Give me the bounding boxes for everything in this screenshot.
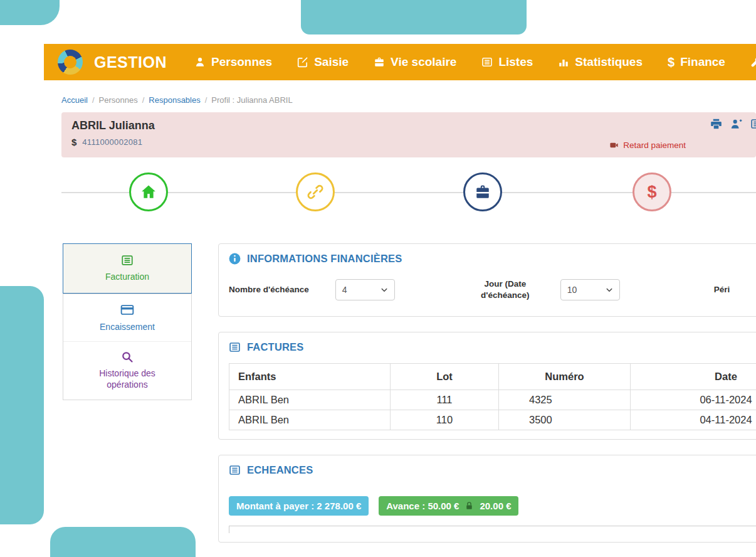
avance-badge: Avance : 50.00 € 20.00 € [379, 496, 518, 516]
user-add-icon[interactable] [730, 118, 742, 130]
nav-label: Saisie [314, 55, 349, 69]
panel-header: FACTURES [229, 341, 756, 353]
retard-paiement-label: Retard paiement [623, 141, 686, 150]
col-header-enfants: Enfants [229, 364, 391, 390]
panel-title-label: FACTURES [247, 341, 304, 353]
cell-numero: 4325 [499, 390, 631, 410]
briefcase-icon [374, 56, 385, 68]
decor-teal-topleft [0, 0, 60, 25]
account-number: 4111000002081 [82, 137, 142, 147]
wrench-icon [750, 56, 756, 68]
col-header-numero: Numéro [499, 364, 631, 390]
pencil-square-icon [297, 56, 308, 68]
link-icon [307, 184, 323, 200]
info-icon [229, 253, 241, 265]
dollar-icon: $ [668, 56, 675, 68]
panel-echeances: ECHEANCES Montant à payer : 2 278.00 € A… [218, 455, 756, 543]
step-briefcase[interactable] [463, 172, 502, 211]
list-icon [229, 341, 241, 353]
cell-enfant: ABRIL Ben [229, 410, 391, 430]
breadcrumb: Accueil / Personnes / Responsables / Pro… [61, 95, 756, 105]
nav-label: Finance [680, 55, 725, 69]
nav-item-outils[interactable]: O [750, 55, 756, 69]
montant-a-payer-badge: Montant à payer : 2 278.00 € [229, 496, 369, 516]
retard-paiement-badge: Retard paiement [609, 141, 686, 150]
breadcrumb-responsables[interactable]: Responsables [149, 95, 200, 105]
sidebar-item-label: Facturation [105, 271, 149, 282]
page-content: Accueil / Personnes / Responsables / Pro… [61, 80, 756, 220]
retard-paiement-icon [609, 141, 619, 150]
nav-label: Vie scolaire [391, 55, 456, 69]
list-icon [121, 254, 134, 267]
avance-label: Avance : 50.00 € [386, 501, 459, 511]
decor-teal-toptab [301, 0, 527, 34]
nav-item-statistiques[interactable]: Statistiques [558, 55, 643, 69]
sidebar-group: Encaissement Historique des opérations [63, 294, 192, 400]
list-icon[interactable] [750, 118, 756, 130]
nav-item-finance[interactable]: $ Finance [668, 55, 725, 69]
breadcrumb-separator: / [142, 95, 145, 105]
profile-banner: ABRIL Julianna $ 4111000002081 Retard pa… [61, 112, 756, 157]
sidebar-item-label: Encaissement [100, 321, 155, 332]
panel-title-label: ECHEANCES [247, 464, 313, 476]
nav-item-personnes[interactable]: Personnes [194, 55, 272, 69]
col-header-lot: Lot [391, 364, 499, 390]
select-value: 10 [567, 285, 577, 295]
cell-date: 06-11-2024 [631, 390, 756, 410]
sidebar: Facturation Encaissement Historique des … [63, 243, 192, 400]
lock-icon [465, 501, 474, 511]
nombre-echeance-select[interactable]: 4 [335, 279, 395, 300]
navbar: GESTION Personnes Saisie Vie scolaire Li… [44, 44, 756, 80]
nav-label: Statistiques [575, 55, 643, 69]
step-finance[interactable]: $ [633, 172, 671, 211]
dollar-icon: $ [647, 184, 656, 201]
sidebar-item-facturation[interactable]: Facturation [63, 243, 192, 294]
step-link[interactable] [296, 172, 335, 211]
nav-item-saisie[interactable]: Saisie [297, 55, 349, 69]
credit-card-icon [120, 303, 134, 317]
profile-stepper: $ [61, 166, 756, 220]
cell-numero: 3500 [499, 410, 631, 430]
home-icon [140, 184, 157, 200]
field-label-periodicite: Péri [714, 284, 730, 295]
sidebar-item-historique[interactable]: Historique des opérations [63, 341, 191, 399]
sidebar-item-label: Historique des opérations [87, 368, 168, 390]
person-icon [194, 56, 206, 68]
magnifier-icon [121, 351, 134, 363]
field-label-jour-echeance: Jour (Date d'échéance) [471, 278, 539, 301]
facture-row[interactable]: ABRIL Ben 111 4325 06-11-2024 [229, 390, 756, 410]
panel-factures: FACTURES Enfants Lot Numéro Date ABRIL B… [218, 332, 756, 440]
nav-label: Personnes [211, 55, 272, 69]
main-menu: Personnes Saisie Vie scolaire Listes Sta [194, 55, 756, 69]
decor-teal-bottom [50, 527, 196, 557]
bar-chart-icon [558, 56, 569, 68]
panel-header: ECHEANCES [229, 464, 756, 476]
breadcrumb-accueil[interactable]: Accueil [61, 95, 88, 105]
nav-item-vie-scolaire[interactable]: Vie scolaire [374, 55, 456, 69]
app-logo[interactable] [58, 49, 83, 75]
main-content: INFORMATIONS FINANCIÈRES Nombre d'échéan… [218, 243, 756, 557]
sidebar-item-encaissement[interactable]: Encaissement [63, 294, 191, 341]
printer-icon[interactable] [710, 118, 722, 130]
nav-item-listes[interactable]: Listes [481, 55, 533, 69]
avance-locked-value: 20.00 € [480, 501, 511, 511]
cell-lot: 111 [391, 390, 499, 410]
echeances-badges: Montant à payer : 2 278.00 € Avance : 50… [229, 496, 756, 516]
factures-table: Enfants Lot Numéro Date ABRIL Ben 111 43… [229, 363, 756, 430]
decor-teal-leftbar [0, 286, 44, 524]
list-icon [229, 464, 241, 476]
breadcrumb-personnes[interactable]: Personnes [99, 95, 138, 105]
step-home[interactable] [129, 172, 168, 211]
chevron-down-icon [606, 286, 613, 294]
breadcrumb-separator: / [92, 95, 95, 105]
brand-title: GESTION [94, 53, 167, 72]
facture-row[interactable]: ABRIL Ben 110 3500 04-11-2024 [229, 410, 756, 430]
jour-echeance-select[interactable]: 10 [560, 279, 620, 300]
dollar-icon: $ [71, 137, 76, 147]
logo-ring-icon [53, 45, 87, 78]
list-icon [481, 56, 493, 68]
breadcrumb-separator: / [205, 95, 207, 105]
finance-settings-form: Nombre d'échéance 4 Jour (Date d'échéanc… [229, 278, 756, 307]
breadcrumb-current: Profil : Julianna ABRIL [211, 95, 292, 105]
col-header-date: Date [631, 364, 756, 390]
